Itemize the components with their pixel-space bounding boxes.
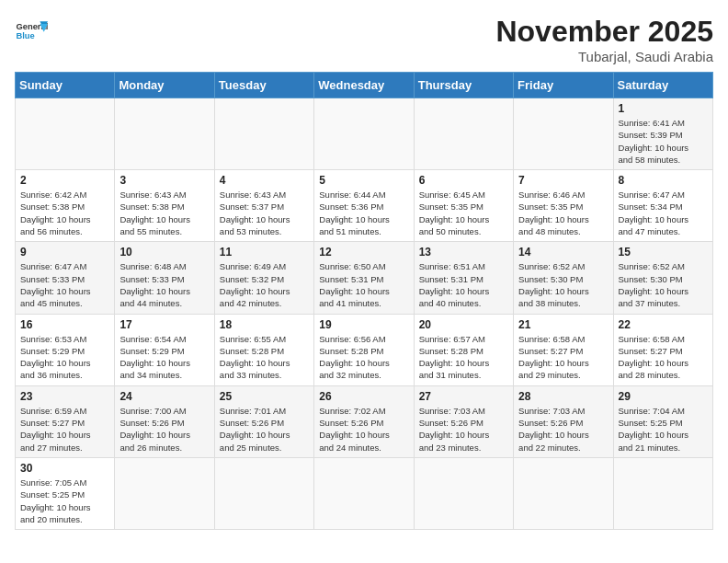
day-info: Sunrise: 6:44 AMSunset: 5:36 PMDaylight:… (319, 189, 408, 237)
title-section: November 2025 Tubarjal, Saudi Arabia (495, 15, 713, 64)
day-info: Sunrise: 6:43 AMSunset: 5:38 PMDaylight:… (119, 189, 209, 237)
calendar-day-cell: 27Sunrise: 7:03 AMSunset: 5:26 PMDayligh… (414, 385, 513, 457)
day-info: Sunrise: 6:56 AMSunset: 5:28 PMDaylight:… (319, 333, 408, 382)
day-number: 25 (220, 390, 309, 403)
day-number: 20 (419, 318, 508, 331)
day-info: Sunrise: 6:52 AMSunset: 5:30 PMDaylight:… (619, 260, 708, 309)
day-info: Sunrise: 6:59 AMSunset: 5:27 PMDaylight:… (20, 405, 109, 454)
calendar-day-cell: 9Sunrise: 6:47 AMSunset: 5:33 PMDaylight… (16, 242, 115, 314)
day-number: 26 (319, 390, 408, 403)
weekday-header-thursday: Thursday (414, 73, 513, 98)
calendar-day-cell: 24Sunrise: 7:00 AMSunset: 5:26 PMDayligh… (115, 385, 214, 457)
day-info: Sunrise: 7:05 AMSunset: 5:25 PMDaylight:… (20, 477, 109, 525)
calendar-day-cell (514, 98, 613, 170)
day-number: 17 (119, 318, 209, 331)
day-info: Sunrise: 6:55 AMSunset: 5:28 PMDaylight:… (220, 333, 309, 382)
calendar-day-cell (314, 457, 414, 529)
page-header: General Blue November 2025 Tubarjal, Sau… (15, 15, 713, 64)
calendar-day-cell: 15Sunrise: 6:52 AMSunset: 5:30 PMDayligh… (613, 242, 712, 314)
calendar-day-cell: 20Sunrise: 6:57 AMSunset: 5:28 PMDayligh… (414, 314, 513, 385)
day-info: Sunrise: 7:03 AMSunset: 5:26 PMDaylight:… (518, 405, 608, 454)
day-number: 3 (119, 174, 209, 187)
calendar-day-cell: 7Sunrise: 6:46 AMSunset: 5:35 PMDaylight… (514, 170, 613, 242)
day-info: Sunrise: 7:00 AMSunset: 5:26 PMDaylight:… (119, 405, 209, 454)
day-number: 23 (20, 390, 109, 403)
calendar-day-cell (414, 457, 513, 529)
calendar-day-cell: 10Sunrise: 6:48 AMSunset: 5:33 PMDayligh… (115, 242, 214, 314)
day-number: 12 (319, 246, 408, 259)
calendar-day-cell: 26Sunrise: 7:02 AMSunset: 5:26 PMDayligh… (314, 385, 414, 457)
calendar-day-cell: 12Sunrise: 6:50 AMSunset: 5:31 PMDayligh… (314, 242, 414, 314)
calendar-day-cell (115, 98, 214, 170)
calendar-day-cell: 6Sunrise: 6:45 AMSunset: 5:35 PMDaylight… (414, 170, 513, 242)
day-info: Sunrise: 6:57 AMSunset: 5:28 PMDaylight:… (419, 333, 508, 382)
calendar-day-cell: 30Sunrise: 7:05 AMSunset: 5:25 PMDayligh… (16, 457, 115, 529)
calendar-table: SundayMondayTuesdayWednesdayThursdayFrid… (15, 72, 713, 530)
calendar-day-cell: 4Sunrise: 6:43 AMSunset: 5:37 PMDaylight… (214, 170, 313, 242)
day-info: Sunrise: 6:48 AMSunset: 5:33 PMDaylight:… (119, 260, 209, 309)
day-info: Sunrise: 6:47 AMSunset: 5:33 PMDaylight:… (20, 260, 109, 309)
weekday-header-friday: Friday (514, 73, 613, 98)
calendar-day-cell: 8Sunrise: 6:47 AMSunset: 5:34 PMDaylight… (613, 170, 712, 242)
day-info: Sunrise: 6:58 AMSunset: 5:27 PMDaylight:… (619, 333, 708, 382)
day-info: Sunrise: 6:52 AMSunset: 5:30 PMDaylight:… (518, 260, 608, 309)
calendar-day-cell: 17Sunrise: 6:54 AMSunset: 5:29 PMDayligh… (115, 314, 214, 385)
day-number: 2 (20, 174, 109, 187)
day-info: Sunrise: 6:51 AMSunset: 5:31 PMDaylight:… (419, 260, 508, 309)
day-info: Sunrise: 6:50 AMSunset: 5:31 PMDaylight:… (319, 260, 408, 309)
day-number: 30 (20, 462, 109, 475)
weekday-header-row: SundayMondayTuesdayWednesdayThursdayFrid… (16, 73, 713, 98)
day-number: 9 (20, 246, 109, 259)
day-info: Sunrise: 6:49 AMSunset: 5:32 PMDaylight:… (220, 260, 309, 309)
calendar-day-cell: 1Sunrise: 6:41 AMSunset: 5:39 PMDaylight… (613, 98, 712, 170)
logo: General Blue (15, 15, 48, 48)
day-number: 7 (518, 174, 608, 187)
calendar-week-row: 9Sunrise: 6:47 AMSunset: 5:33 PMDaylight… (16, 242, 713, 314)
calendar-day-cell: 25Sunrise: 7:01 AMSunset: 5:26 PMDayligh… (214, 385, 313, 457)
calendar-week-row: 1Sunrise: 6:41 AMSunset: 5:39 PMDaylight… (16, 98, 713, 170)
calendar-day-cell: 16Sunrise: 6:53 AMSunset: 5:29 PMDayligh… (16, 314, 115, 385)
calendar-week-row: 16Sunrise: 6:53 AMSunset: 5:29 PMDayligh… (16, 314, 713, 385)
calendar-day-cell: 19Sunrise: 6:56 AMSunset: 5:28 PMDayligh… (314, 314, 414, 385)
month-year-title: November 2025 (495, 15, 713, 49)
day-number: 8 (619, 174, 708, 187)
day-info: Sunrise: 7:01 AMSunset: 5:26 PMDaylight:… (220, 405, 309, 454)
calendar-day-cell (115, 457, 214, 529)
day-number: 4 (220, 174, 309, 187)
calendar-day-cell (514, 457, 613, 529)
weekday-header-wednesday: Wednesday (314, 73, 414, 98)
weekday-header-saturday: Saturday (613, 73, 712, 98)
day-info: Sunrise: 7:04 AMSunset: 5:25 PMDaylight:… (619, 405, 708, 454)
weekday-header-monday: Monday (115, 73, 214, 98)
day-info: Sunrise: 6:41 AMSunset: 5:39 PMDaylight:… (619, 117, 708, 166)
day-number: 15 (619, 246, 708, 259)
day-info: Sunrise: 7:02 AMSunset: 5:26 PMDaylight:… (319, 405, 408, 454)
day-number: 14 (518, 246, 608, 259)
day-number: 24 (119, 390, 209, 403)
day-number: 11 (220, 246, 309, 259)
day-number: 5 (319, 174, 408, 187)
calendar-week-row: 2Sunrise: 6:42 AMSunset: 5:38 PMDaylight… (16, 170, 713, 242)
svg-text:Blue: Blue (16, 31, 34, 40)
day-info: Sunrise: 6:46 AMSunset: 5:35 PMDaylight:… (518, 189, 608, 237)
calendar-day-cell (214, 457, 313, 529)
calendar-week-row: 23Sunrise: 6:59 AMSunset: 5:27 PMDayligh… (16, 385, 713, 457)
day-number: 27 (419, 390, 508, 403)
logo-icon: General Blue (15, 15, 48, 48)
day-number: 10 (119, 246, 209, 259)
day-number: 22 (619, 318, 708, 331)
day-info: Sunrise: 7:03 AMSunset: 5:26 PMDaylight:… (419, 405, 508, 454)
calendar-day-cell: 14Sunrise: 6:52 AMSunset: 5:30 PMDayligh… (514, 242, 613, 314)
calendar-day-cell: 2Sunrise: 6:42 AMSunset: 5:38 PMDaylight… (16, 170, 115, 242)
day-info: Sunrise: 6:45 AMSunset: 5:35 PMDaylight:… (419, 189, 508, 237)
day-number: 1 (619, 102, 708, 115)
weekday-header-sunday: Sunday (16, 73, 115, 98)
calendar-week-row: 30Sunrise: 7:05 AMSunset: 5:25 PMDayligh… (16, 457, 713, 529)
day-number: 21 (518, 318, 608, 331)
calendar-day-cell (414, 98, 513, 170)
calendar-day-cell: 13Sunrise: 6:51 AMSunset: 5:31 PMDayligh… (414, 242, 513, 314)
day-info: Sunrise: 6:43 AMSunset: 5:37 PMDaylight:… (220, 189, 309, 237)
calendar-day-cell (613, 457, 712, 529)
day-info: Sunrise: 6:42 AMSunset: 5:38 PMDaylight:… (20, 189, 109, 237)
day-info: Sunrise: 6:54 AMSunset: 5:29 PMDaylight:… (119, 333, 209, 382)
